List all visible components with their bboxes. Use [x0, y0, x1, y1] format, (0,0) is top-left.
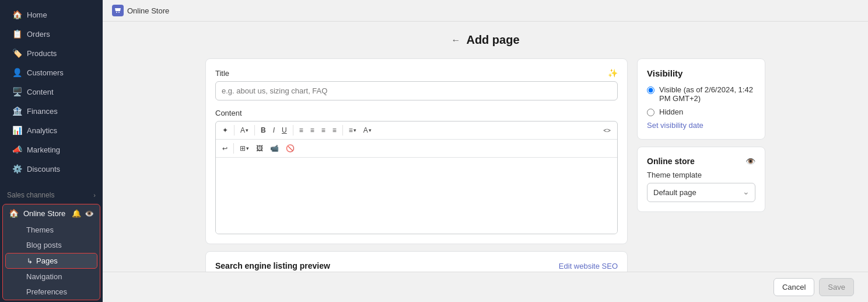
- sidebar-item-orders[interactable]: 📋 Orders: [5, 25, 98, 43]
- navigation-label: Navigation: [26, 272, 62, 281]
- save-button[interactable]: Save: [819, 278, 854, 296]
- content-field-label: Content: [215, 109, 618, 117]
- hidden-label: Hidden: [659, 107, 683, 116]
- editor-toolbar: ✦ A ▾ B I U ≡ ≡ ≡ ≡: [215, 121, 618, 234]
- toolbar-sep-1: [234, 125, 235, 136]
- sidebar-sub-item-preferences[interactable]: Preferences: [5, 284, 97, 299]
- toolbar-sep-3: [293, 125, 293, 136]
- sidebar: 🏠 Home 📋 Orders 🏷️ Products 👤 Customers …: [0, 0, 103, 302]
- title-content-card: Title ✨ Content ✦ A ▾: [205, 58, 628, 244]
- toolbar-image-btn[interactable]: 🖼: [253, 142, 266, 155]
- toolbar-color-btn[interactable]: A ▾: [360, 124, 374, 137]
- toolbar-font-btn[interactable]: A ▾: [237, 124, 251, 137]
- sidebar-item-label: Marketing: [27, 145, 60, 154]
- sidebar-item-customers[interactable]: 👤 Customers: [5, 63, 98, 82]
- toolbar-undo-btn[interactable]: ↩: [219, 143, 230, 155]
- title-field-label: Title ✨: [215, 68, 618, 78]
- footer: Cancel Save: [103, 272, 868, 302]
- main-area: Online Store ← Add page Title ✨ Co: [103, 0, 868, 302]
- sidebar-item-content[interactable]: 🖥️ Content: [5, 82, 98, 101]
- edit-seo-link[interactable]: Edit website SEO: [559, 262, 618, 270]
- topbar-store-label: Online Store: [127, 6, 169, 15]
- sidebar-item-marketing[interactable]: 📣 Marketing: [5, 140, 98, 159]
- online-store-icon: 🏠: [9, 209, 19, 218]
- seo-card: Search engine listing preview Edit websi…: [205, 251, 628, 272]
- online-store-side-card: Online store 👁️ Theme template Default p…: [637, 147, 765, 212]
- toolbar-align-btn[interactable]: ≡ ▾: [346, 124, 359, 137]
- radio-hidden-input[interactable]: [647, 109, 654, 116]
- orders-icon: 📋: [12, 29, 22, 39]
- content-layout: Title ✨ Content ✦ A ▾: [205, 58, 765, 272]
- analytics-icon: 📊: [12, 125, 22, 136]
- finances-icon: 🏦: [12, 106, 22, 116]
- toolbar-video-btn[interactable]: 📹: [267, 142, 282, 155]
- radio-visible-input[interactable]: [647, 86, 654, 94]
- toolbar-ol-btn[interactable]: ≡: [307, 124, 317, 137]
- toolbar-row-2: ↩ ⊞ ▾ 🖼 📹 🚫: [216, 140, 617, 158]
- sidebar-item-label: Discounts: [27, 165, 60, 173]
- online-store-side-title: Online store 👁️: [647, 157, 755, 166]
- marketing-icon: 📣: [12, 144, 22, 155]
- radio-hidden: Hidden: [647, 107, 755, 116]
- theme-template-select[interactable]: Default page: [647, 183, 755, 202]
- sidebar-item-analytics[interactable]: 📊 Analytics: [5, 121, 98, 140]
- chevron-right-icon: ›: [93, 192, 96, 199]
- toolbar-source-btn[interactable]: <>: [600, 124, 614, 136]
- topbar: Online Store: [103, 0, 868, 22]
- toolbar-magic-btn[interactable]: ✦: [219, 124, 231, 137]
- seo-header: Search engine listing preview Edit websi…: [215, 261, 618, 270]
- eye-icon[interactable]: 👁️: [85, 209, 94, 218]
- sidebar-item-label: Customers: [27, 68, 64, 77]
- sidebar-item-finances[interactable]: 🏦 Finances: [5, 102, 98, 120]
- toolbar-table-btn[interactable]: ⊞ ▾: [237, 142, 252, 155]
- discounts-icon: ⚙️: [12, 164, 22, 174]
- svg-rect-1: [118, 12, 120, 13]
- content-icon: 🖥️: [12, 86, 22, 97]
- eye-icon[interactable]: 👁️: [746, 157, 755, 166]
- toolbar-underline-btn[interactable]: U: [279, 124, 290, 137]
- bell-icon[interactable]: 🔔: [72, 209, 81, 218]
- home-icon: 🏠: [12, 9, 22, 20]
- sidebar-sub-item-pages[interactable]: Pages: [5, 253, 97, 269]
- content-main: Title ✨ Content ✦ A ▾: [205, 58, 628, 272]
- blog-posts-label: Blog posts: [26, 241, 62, 249]
- customers-icon: 👤: [12, 67, 22, 78]
- products-icon: 🏷️: [12, 48, 22, 58]
- toolbar-italic-btn[interactable]: I: [270, 124, 278, 137]
- sidebar-item-products[interactable]: 🏷️ Products: [5, 44, 98, 63]
- themes-label: Themes: [26, 225, 54, 234]
- theme-template-select-wrapper: Default page: [647, 183, 755, 202]
- sales-channels-header[interactable]: Sales channels ›: [0, 187, 103, 203]
- toolbar-row-1: ✦ A ▾ B I U ≡ ≡ ≡ ≡: [216, 122, 617, 140]
- toolbar-bold-btn[interactable]: B: [258, 124, 269, 137]
- toolbar-emoji-btn[interactable]: 🚫: [283, 142, 298, 155]
- toolbar-sep-4: [342, 125, 343, 136]
- seo-title: Search engine listing preview: [215, 261, 330, 270]
- toolbar-outdent-btn[interactable]: ≡: [330, 124, 340, 137]
- page-header: ← Add page: [117, 33, 854, 47]
- ai-icon[interactable]: ✨: [608, 68, 618, 78]
- sidebar-item-label: Content: [27, 88, 54, 96]
- sidebar-item-home[interactable]: 🏠 Home: [5, 5, 98, 24]
- online-store-label: Online Store: [23, 209, 65, 218]
- pages-label: Pages: [36, 256, 58, 265]
- back-button[interactable]: ←: [451, 35, 460, 46]
- cancel-button[interactable]: Cancel: [774, 278, 814, 296]
- toolbar-sep-2: [254, 125, 255, 136]
- visible-label: Visible (as of 2/6/2024, 1:42 PM GMT+2): [659, 85, 755, 103]
- sidebar-sub-item-blog-posts[interactable]: Blog posts: [5, 238, 97, 252]
- editor-content-area[interactable]: [216, 158, 617, 234]
- content-side: Visibility Visible (as of 2/6/2024, 1:42…: [637, 58, 765, 272]
- online-store-item[interactable]: 🏠 Online Store 🔔 👁️: [3, 204, 100, 222]
- sidebar-sub-item-navigation[interactable]: Navigation: [5, 269, 97, 284]
- title-input[interactable]: [215, 81, 618, 100]
- store-icon: [112, 5, 124, 16]
- toolbar-indent-btn[interactable]: ≡: [318, 124, 328, 137]
- set-date-link[interactable]: Set visibility date: [647, 121, 755, 130]
- visibility-title: Visibility: [647, 68, 755, 78]
- toolbar-ul-btn[interactable]: ≡: [296, 124, 306, 137]
- sidebar-item-discounts[interactable]: ⚙️ Discounts: [5, 159, 98, 178]
- svg-rect-0: [116, 12, 117, 13]
- sidebar-item-label: Finances: [27, 107, 58, 116]
- sidebar-sub-item-themes[interactable]: Themes: [5, 223, 97, 237]
